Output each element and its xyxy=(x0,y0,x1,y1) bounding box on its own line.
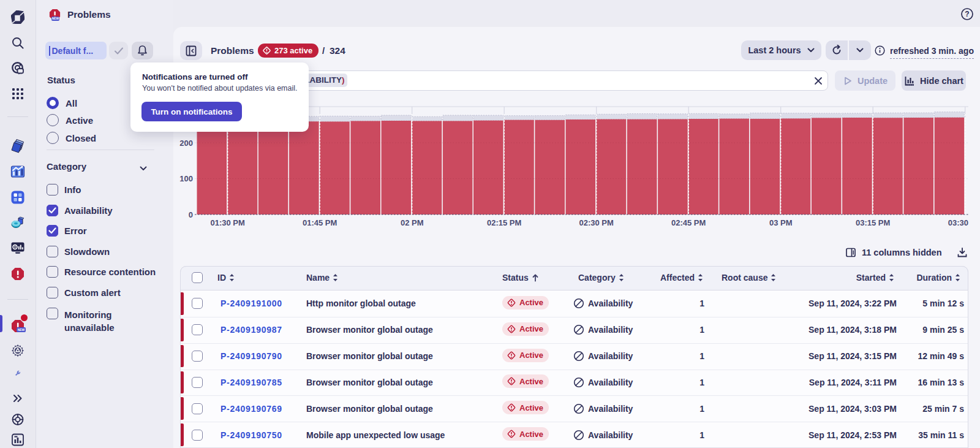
svg-text:01:30 PM: 01:30 PM xyxy=(211,218,245,227)
svg-text:200: 200 xyxy=(179,139,193,148)
svg-text:03 PM: 03 PM xyxy=(769,218,793,227)
svg-text:100: 100 xyxy=(179,174,193,183)
svg-text:03:30: 03:30 xyxy=(948,218,968,227)
svg-text:03:15 PM: 03:15 PM xyxy=(856,218,890,227)
svg-text:02:15 PM: 02:15 PM xyxy=(487,218,521,227)
svg-text:02:45 PM: 02:45 PM xyxy=(671,218,706,227)
svg-text:02:30 PM: 02:30 PM xyxy=(579,218,614,227)
svg-text:01:45 PM: 01:45 PM xyxy=(303,218,337,227)
svg-text:0: 0 xyxy=(189,210,193,219)
svg-text:02 PM: 02 PM xyxy=(401,218,424,227)
